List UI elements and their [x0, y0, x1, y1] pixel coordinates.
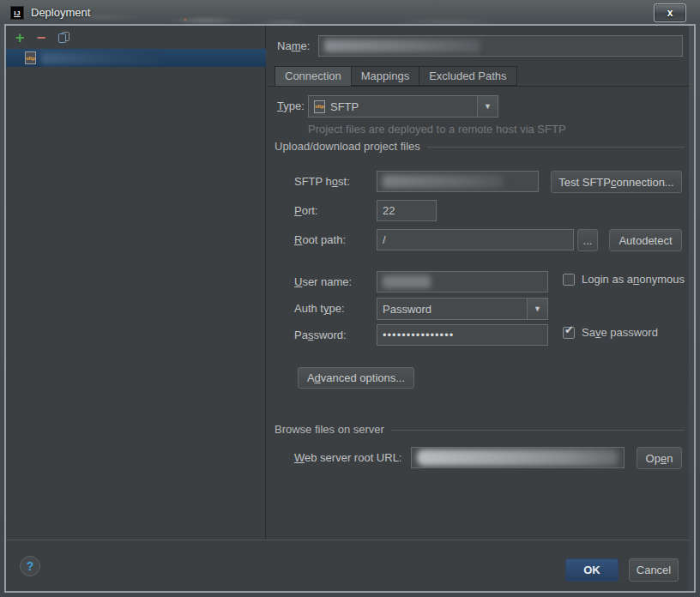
help-icon: ? — [27, 559, 34, 573]
advanced-options-button[interactable]: Advanced options... — [298, 367, 414, 389]
intellij-logo-icon: IJ — [10, 6, 24, 20]
section-divider — [427, 147, 685, 148]
window-title: Deployment — [31, 6, 90, 19]
cancel-button[interactable]: Cancel — [629, 558, 679, 582]
password-masked-value: ••••••••••••••• — [383, 329, 454, 341]
type-hint: Project files are deployed to a remote h… — [308, 123, 566, 136]
dialog-footer: ? OK Cancel — [6, 540, 689, 591]
checkbox-box[interactable]: ✔ — [563, 327, 575, 339]
name-label: Name: — [277, 39, 310, 52]
titlebar[interactable]: IJ Deployment x — [0, 0, 700, 26]
type-dropdown[interactable]: sftp SFTP ▼ — [308, 95, 498, 118]
tab-excluded-paths[interactable]: Excluded Paths — [419, 66, 516, 86]
root-path-value: / — [383, 233, 386, 246]
type-dropdown-arrow-icon[interactable]: ▼ — [477, 96, 498, 117]
save-password-label: Save password — [582, 326, 658, 339]
check-icon: ✔ — [564, 323, 574, 336]
open-button[interactable]: Open — [637, 447, 682, 469]
section-upload-download: Upload/download project files — [275, 140, 685, 153]
port-input[interactable]: 22 — [377, 200, 437, 221]
checkbox-box[interactable]: ✔ — [563, 274, 575, 286]
sftp-type-icon: sftp — [314, 100, 325, 113]
sftp-server-icon: sftp — [25, 51, 36, 64]
connection-form: Name: Connection Mappings Excluded Paths… — [267, 26, 689, 540]
section-divider — [391, 430, 685, 431]
auth-type-label: Auth type: — [294, 302, 345, 315]
autodetect-button[interactable]: Autodetect — [609, 229, 682, 251]
test-sftp-connection-button[interactable]: Test SFTP connection... — [551, 171, 682, 193]
auth-type-value: Password — [383, 303, 431, 316]
type-label: Type: — [277, 100, 305, 112]
type-value: SFTP — [330, 100, 359, 113]
root-path-input[interactable]: / — [377, 229, 574, 250]
tab-connection[interactable]: Connection — [275, 66, 352, 87]
web-url-label: Web server root URL: — [294, 451, 401, 464]
web-url-redacted — [417, 449, 619, 466]
close-button[interactable]: x — [654, 3, 686, 22]
root-path-label: Root path: — [294, 233, 346, 246]
web-url-input[interactable] — [411, 447, 625, 468]
close-icon: x — [667, 7, 673, 19]
save-password-checkbox[interactable]: ✔ Save password — [563, 326, 658, 339]
tab-mappings[interactable]: Mappings — [351, 66, 419, 86]
user-name-label: User name: — [294, 275, 352, 288]
password-label: Password: — [294, 329, 347, 341]
section-browse-files: Browse files on server — [275, 423, 685, 436]
copy-server-icon[interactable] — [57, 31, 70, 44]
password-input[interactable]: ••••••••••••••• — [377, 324, 548, 346]
ok-button[interactable]: OK — [565, 558, 619, 582]
server-list-toolbar: + − — [6, 26, 265, 49]
auth-type-dropdown[interactable]: Password ▼ — [377, 298, 548, 320]
server-name-redacted — [41, 52, 160, 64]
server-list-panel: + − sftp — [6, 26, 266, 540]
name-input[interactable] — [318, 35, 683, 57]
help-button[interactable]: ? — [20, 556, 40, 576]
ellipsis-icon: ... — [583, 234, 593, 247]
login-anonymous-label: Login as anonymous — [582, 273, 685, 286]
login-anonymous-checkbox[interactable]: ✔ Login as anonymous — [563, 273, 685, 286]
port-value: 22 — [383, 204, 395, 217]
port-label: Port: — [294, 204, 317, 217]
dialog-body: + − sftp Name: — [6, 26, 689, 591]
name-value-redacted — [324, 39, 480, 52]
settings-tabs: Connection Mappings Excluded Paths — [275, 66, 516, 87]
server-list-item-selected[interactable]: sftp — [6, 49, 266, 67]
deployment-dialog-window: IJ Deployment x + − sftp — [0, 0, 700, 597]
sftp-host-label: SFTP host: — [294, 175, 350, 188]
sftp-host-input[interactable] — [377, 171, 539, 192]
user-name-input[interactable] — [377, 271, 548, 292]
remove-server-icon[interactable]: − — [37, 30, 46, 45]
add-server-icon[interactable]: + — [15, 30, 25, 45]
sftp-host-redacted — [383, 175, 503, 188]
user-name-redacted — [383, 275, 431, 288]
auth-type-dropdown-arrow-icon[interactable]: ▼ — [527, 298, 547, 319]
root-path-browse-button[interactable]: ... — [577, 229, 598, 251]
